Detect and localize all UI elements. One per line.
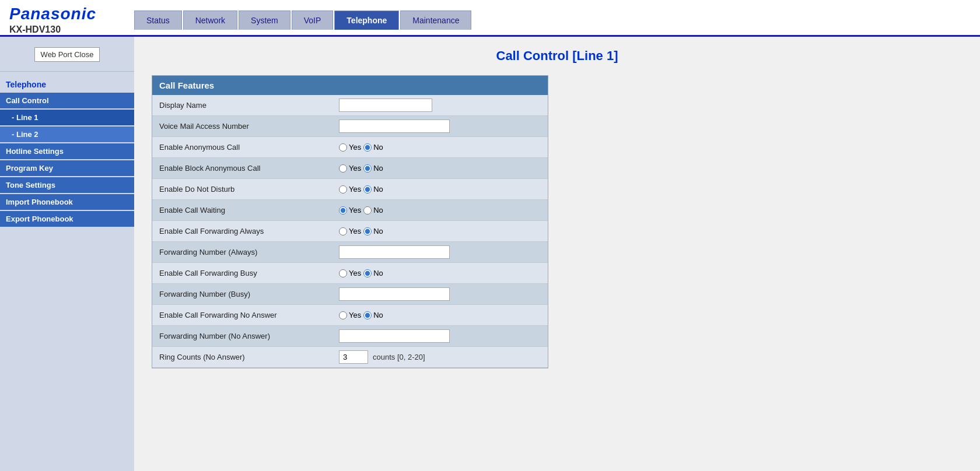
table-row: Enable Call Forwarding AlwaysYesNo (152, 221, 548, 242)
field-label: Enable Call Waiting (152, 200, 333, 220)
nav-tab-voip[interactable]: VoIP (292, 10, 334, 30)
ring-counts-hint: counts [0, 2-20] (373, 353, 425, 361)
radio-label-no[interactable]: No (363, 164, 383, 173)
web-port-button[interactable]: Web Port Close (34, 47, 100, 62)
radio-group-enablecallforwardingnoanswer: YesNo (339, 311, 383, 319)
radio-no-enabledonotdisturb[interactable] (363, 185, 372, 194)
radio-no-enablecallforwardingbusy[interactable] (363, 269, 372, 277)
radio-label-yes[interactable]: Yes (339, 311, 361, 319)
table-row: Enable Do Not DisturbYesNo (152, 179, 548, 200)
page-title: Call Control [Line 1] (152, 48, 963, 64)
field-label: Enable Block Anonymous Call (152, 158, 333, 178)
radio-yes-enableanonymouscall[interactable] (339, 143, 347, 152)
table-row: Forwarding Number (Always) (152, 242, 548, 263)
sidebar-item-line2[interactable]: - Line 2 (0, 126, 134, 142)
fields-container: Display NameVoice Mail Access NumberEnab… (152, 95, 548, 368)
field-label: Enable Call Forwarding No Answer (152, 305, 333, 325)
radio-label-yes[interactable]: Yes (339, 164, 361, 173)
radio-group-enableanonymouscall: YesNo (339, 143, 383, 152)
radio-no-enableanonymouscall[interactable] (363, 143, 372, 152)
sidebar-item-tonesettings[interactable]: Tone Settings (0, 177, 134, 193)
radio-label-no[interactable]: No (363, 206, 383, 215)
field-value: YesNo (333, 139, 548, 155)
field-value: YesNo (333, 202, 548, 218)
nav-tab-network[interactable]: Network (183, 10, 237, 30)
field-value (333, 95, 548, 115)
table-row: Enable Call WaitingYesNo (152, 200, 548, 221)
radio-label-yes[interactable]: Yes (339, 185, 361, 194)
field-value: YesNo (333, 307, 548, 323)
radio-group-enabledonotdisturb: YesNo (339, 185, 383, 194)
nav-tab-telephone[interactable]: Telephone (334, 10, 399, 30)
table-row: Forwarding Number (No Answer) (152, 326, 548, 347)
nav-tab-status[interactable]: Status (134, 10, 182, 30)
radio-yes-enabledonotdisturb[interactable] (339, 185, 347, 194)
model-number: KX-HDV130 (9, 24, 61, 35)
table-row: Enable Block Anonymous CallYesNo (152, 158, 548, 179)
radio-label-no[interactable]: No (363, 311, 383, 319)
sidebar-item-line1[interactable]: - Line 1 (0, 110, 134, 125)
logo-area: Panasonic KX-HDV130 (0, 5, 134, 35)
nav-tabs: StatusNetworkSystemVoIPTelephoneMaintena… (134, 10, 473, 30)
radio-yes-enablecallforwardingbusy[interactable] (339, 269, 347, 277)
radio-label-no[interactable]: No (363, 227, 383, 235)
table-row: Ring Counts (No Answer)counts [0, 2-20] (152, 347, 548, 368)
field-value (333, 284, 548, 304)
sidebar-item-programkey[interactable]: Program Key (0, 160, 134, 176)
field-label: Voice Mail Access Number (152, 116, 333, 136)
main-layout: Web Port Close Telephone Call Control- L… (0, 37, 980, 471)
field-value (333, 116, 548, 136)
field-label: Ring Counts (No Answer) (152, 347, 333, 367)
radio-label-no[interactable]: No (363, 143, 383, 152)
radio-label-yes[interactable]: Yes (339, 269, 361, 277)
table-row: Forwarding Number (Busy) (152, 284, 548, 305)
field-value: counts [0, 2-20] (333, 347, 548, 367)
radio-yes-enablecallforwardingnoanswer[interactable] (339, 311, 347, 319)
radio-yes-enablecallforwardingalways[interactable] (339, 227, 347, 235)
field-input-displayname[interactable] (339, 99, 432, 112)
radio-yes-enableblockanonymouscall[interactable] (339, 164, 347, 173)
radio-no-enableblockanonymouscall[interactable] (363, 164, 372, 173)
radio-no-enablecallforwardingnoanswer[interactable] (363, 311, 372, 319)
field-value: YesNo (333, 181, 548, 197)
field-label: Enable Do Not Disturb (152, 179, 333, 199)
sidebar-section-label: Telephone (0, 78, 134, 92)
field-input-voicemailaccessnumber[interactable] (339, 119, 450, 133)
radio-no-enablecallforwardingalways[interactable] (363, 227, 372, 235)
panasonic-logo: Panasonic (9, 5, 96, 23)
radio-label-no[interactable]: No (363, 269, 383, 277)
call-features-section: Call Features Display NameVoice Mail Acc… (152, 75, 548, 368)
radio-label-no[interactable]: No (363, 185, 383, 194)
sidebar-item-hotlinesettings[interactable]: Hotline Settings (0, 143, 134, 159)
field-value (333, 326, 548, 346)
sidebar-divider (0, 71, 134, 72)
field-label: Forwarding Number (Always) (152, 242, 333, 262)
sidebar-item-exportphonebook[interactable]: Export Phonebook (0, 211, 134, 227)
field-input-forwardingnumber(noanswer)[interactable] (339, 329, 450, 343)
table-row: Enable Call Forwarding No AnswerYesNo (152, 305, 548, 326)
nav-tab-system[interactable]: System (239, 10, 290, 30)
field-label: Forwarding Number (No Answer) (152, 326, 333, 346)
table-row: Voice Mail Access Number (152, 116, 548, 137)
field-label: Forwarding Number (Busy) (152, 284, 333, 304)
sidebar-item-callcontrol[interactable]: Call Control (0, 93, 134, 108)
field-input-forwardingnumber(busy)[interactable] (339, 287, 450, 301)
field-value: YesNo (333, 160, 548, 176)
nav-tab-maintenance[interactable]: Maintenance (400, 10, 471, 30)
radio-group-enablecallwaiting: YesNo (339, 206, 383, 215)
radio-label-yes[interactable]: Yes (339, 227, 361, 235)
field-value: YesNo (333, 265, 548, 281)
sidebar: Web Port Close Telephone Call Control- L… (0, 37, 134, 471)
radio-yes-enablecallwaiting[interactable] (339, 206, 347, 215)
section-header: Call Features (152, 76, 548, 95)
sidebar-item-importphonebook[interactable]: Import Phonebook (0, 194, 134, 210)
sidebar-items: Call Control- Line 1- Line 2Hotline Sett… (0, 93, 134, 227)
field-label: Display Name (152, 95, 333, 115)
radio-label-yes[interactable]: Yes (339, 143, 361, 152)
radio-label-yes[interactable]: Yes (339, 206, 361, 215)
table-row: Display Name (152, 95, 548, 116)
field-input-forwardingnumber(always)[interactable] (339, 245, 450, 259)
radio-group-enablecallforwardingalways: YesNo (339, 227, 383, 235)
radio-no-enablecallwaiting[interactable] (363, 206, 372, 215)
ring-counts-input[interactable] (339, 350, 368, 364)
